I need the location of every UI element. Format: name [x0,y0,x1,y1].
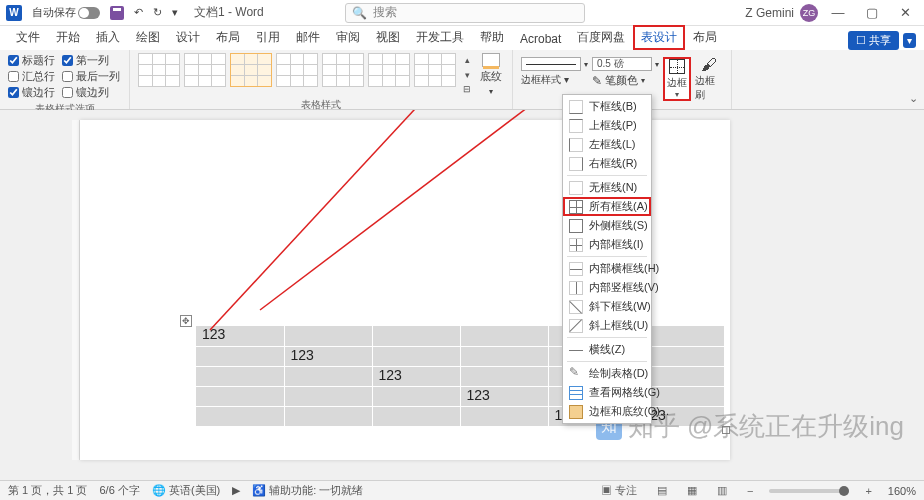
tab-design[interactable]: 设计 [168,25,208,50]
zoom-slider[interactable] [769,489,849,493]
save-button[interactable] [106,4,128,22]
tab-home[interactable]: 开始 [48,25,88,50]
share-button[interactable]: ☐ 共享 [848,31,899,50]
chk-banded-cols[interactable]: 镶边列 [62,85,121,100]
border-style-dropdown[interactable]: ▾ [521,57,588,71]
bm-inside-h[interactable]: 内部横框线(H) [563,259,651,278]
tab-view[interactable]: 视图 [368,25,408,50]
chk-total-row[interactable]: 汇总行 [8,69,56,84]
bm-top[interactable]: 上框线(P) [563,116,651,135]
style-thumb[interactable] [184,53,226,87]
status-words[interactable]: 6/6 个字 [99,483,139,498]
view-print[interactable]: ▤ [653,484,671,497]
tab-layout[interactable]: 布局 [208,25,248,50]
close-button[interactable]: ✕ [894,3,918,23]
border-left-icon [569,138,583,152]
tab-table-layout[interactable]: 布局 [685,25,725,50]
autosave-label: 自动保存 [32,5,76,20]
border-style-label[interactable]: 边框样式 ▾ [521,73,588,87]
status-page[interactable]: 第 1 页，共 1 页 [8,483,87,498]
undo-button[interactable]: ↶ [130,4,147,21]
account-name: Z Gemini [745,6,794,20]
tab-help[interactable]: 帮助 [472,25,512,50]
style-thumb[interactable] [322,53,364,87]
tab-devtools[interactable]: 开发工具 [408,25,472,50]
group-table-style-options: 标题行 第一列 汇总行 最后一列 镶边行 镶边列 表格样式选项 [0,50,130,109]
autosave-toggle[interactable]: 自动保存 [28,3,104,22]
bm-view-grid[interactable]: 查看网格线(G) [563,383,651,402]
status-macro[interactable]: ▶ [232,484,240,497]
ribbon-tabs: 文件 开始 插入 绘图 设计 布局 引用 邮件 审阅 视图 开发工具 帮助 Ac… [0,26,924,50]
tab-review[interactable]: 审阅 [328,25,368,50]
bm-left[interactable]: 左框线(L) [563,135,651,154]
style-thumb[interactable] [414,53,456,87]
zoom-level[interactable]: 160% [888,485,916,497]
word-app-icon: W [6,5,22,21]
border-diag-up-icon [569,319,583,333]
style-thumb[interactable] [368,53,410,87]
zoom-out[interactable]: − [743,485,757,497]
shading-button[interactable]: 底纹▾ [478,53,504,96]
bm-outside[interactable]: 外侧框线(S) [563,216,651,235]
tab-references[interactable]: 引用 [248,25,288,50]
chk-last-col[interactable]: 最后一列 [62,69,121,84]
style-thumb[interactable] [276,53,318,87]
zoom-in[interactable]: + [861,485,875,497]
view-web[interactable]: ▥ [713,484,731,497]
status-accessibility[interactable]: ♿ 辅助功能: 一切就绪 [252,483,363,498]
bm-hline[interactable]: 横线(Z) [563,340,651,359]
gallery-scroll[interactable]: ▴▾⊟ [460,53,474,96]
borders-shading-icon [569,405,583,419]
redo-button[interactable]: ↻ [149,4,166,21]
tab-table-design[interactable]: 表设计 [633,25,685,50]
border-right-icon [569,157,583,171]
ribbon-collapse[interactable]: ⌄ [909,92,918,105]
bm-bottom[interactable]: 下框线(B) [563,97,651,116]
borders-dropdown-button[interactable]: 边框 ▾ [663,57,691,101]
document-title: 文档1 - Word [194,4,264,21]
bm-all[interactable]: 所有框线(A) [563,197,651,216]
tab-draw[interactable]: 绘图 [128,25,168,50]
tab-baidu[interactable]: 百度网盘 [569,25,633,50]
borders-icon [669,59,685,74]
border-inside-h-icon [569,262,583,276]
minimize-button[interactable]: — [826,3,850,23]
bm-right[interactable]: 右框线(R) [563,154,651,173]
bm-inside-v[interactable]: 内部竖框线(V) [563,278,651,297]
focus-mode[interactable]: ▣ 专注 [597,483,641,498]
annotation-arrow [0,110,924,480]
border-weight-dropdown[interactable]: 0.5 磅▾ [592,57,659,71]
bm-diag-down[interactable]: 斜下框线(W) [563,297,651,316]
gridlines-icon [569,386,583,400]
chk-header-row[interactable]: 标题行 [8,53,56,68]
share-caret[interactable]: ▾ [903,33,916,48]
bm-none[interactable]: 无框线(N) [563,178,651,197]
tab-acrobat[interactable]: Acrobat [512,28,569,50]
search-box[interactable]: 🔍 搜索 [345,3,585,23]
bm-borders-shading[interactable]: 边框和底纹(O)... [563,402,651,421]
bm-draw[interactable]: 绘制表格(D) [563,364,651,383]
chk-first-col[interactable]: 第一列 [62,53,121,68]
border-painter-button[interactable]: 🖌 边框刷 [695,57,723,101]
pen-color-dropdown[interactable]: ✎ 笔颜色 ▾ [592,73,659,88]
chk-banded-rows[interactable]: 镶边行 [8,85,56,100]
hline-icon [569,343,583,357]
search-placeholder: 搜索 [373,4,397,21]
tab-file[interactable]: 文件 [8,25,48,50]
style-thumb-selected[interactable] [230,53,272,87]
qat-customize[interactable]: ▾ [168,4,182,21]
maximize-button[interactable]: ▢ [860,3,884,23]
tab-insert[interactable]: 插入 [88,25,128,50]
status-lang[interactable]: 🌐 英语(美国) [152,483,220,498]
tab-mailings[interactable]: 邮件 [288,25,328,50]
shading-icon [482,53,500,67]
border-none-icon [569,181,583,195]
bm-inside[interactable]: 内部框线(I) [563,235,651,254]
status-bar: 第 1 页，共 1 页 6/6 个字 🌐 英语(美国) ▶ ♿ 辅助功能: 一切… [0,480,924,500]
view-read[interactable]: ▦ [683,484,701,497]
style-thumb[interactable] [138,53,180,87]
style-gallery: ▴▾⊟ 底纹▾ [138,53,504,96]
border-all-icon [569,200,583,214]
bm-diag-up[interactable]: 斜上框线(U) [563,316,651,335]
account-area[interactable]: Z Gemini ZG [745,4,818,22]
